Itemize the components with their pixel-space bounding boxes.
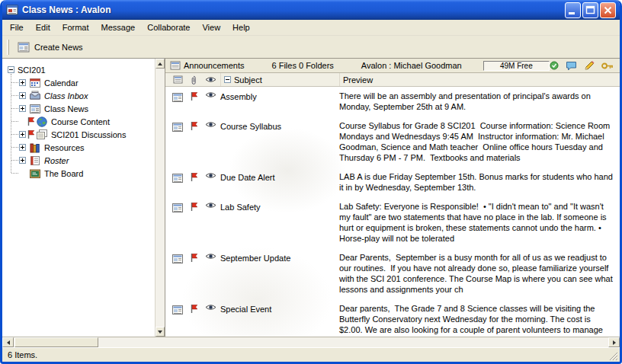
expand-icon[interactable] bbox=[19, 157, 26, 164]
news-item-icon bbox=[168, 252, 187, 265]
message-subject[interactable]: Special Event bbox=[220, 303, 339, 315]
collapse-subject-icon[interactable] bbox=[224, 76, 231, 83]
column-attachment[interactable] bbox=[187, 73, 200, 86]
eye-icon[interactable] bbox=[200, 91, 220, 98]
message-pane: Announcements 6 Files 0 Folders Avalon :… bbox=[165, 59, 620, 337]
menu-format[interactable]: Format bbox=[56, 21, 95, 34]
inbox-icon bbox=[29, 90, 41, 102]
message-preview: There will be an assembly and presentati… bbox=[339, 91, 617, 112]
message-preview: Dear Parents, September is a busy month … bbox=[339, 252, 617, 295]
key-icon[interactable] bbox=[601, 62, 614, 70]
conference-tree: SCI201 Calendar Class I bbox=[2, 59, 155, 337]
scroll-down-button[interactable] bbox=[156, 327, 165, 337]
expand-icon[interactable] bbox=[19, 79, 26, 86]
tree-item-resources[interactable]: Resources bbox=[2, 141, 155, 154]
news-item-icon bbox=[168, 120, 187, 133]
tree-item-label: Class News bbox=[44, 104, 88, 113]
unread-flag-icon bbox=[187, 91, 200, 101]
expand-icon[interactable] bbox=[19, 92, 26, 99]
scroll-left-button[interactable] bbox=[2, 337, 14, 347]
preview-header-label: Preview bbox=[343, 75, 373, 85]
item-count-label: 6 Items. bbox=[8, 350, 608, 359]
chat-icon[interactable] bbox=[566, 61, 577, 71]
column-item-icon[interactable] bbox=[168, 73, 187, 86]
tree-item-the-board[interactable]: The Board bbox=[2, 167, 155, 180]
eye-icon[interactable] bbox=[200, 201, 220, 209]
app-window: Class News : Avalon File Edit Format Mes… bbox=[0, 0, 622, 364]
message-row[interactable]: Assembly There will be an assembly and p… bbox=[165, 89, 620, 119]
online-status-icon[interactable] bbox=[550, 61, 559, 70]
menu-bar: File Edit Format Message Collaborate Vie… bbox=[2, 20, 620, 36]
free-space-label: 49M Free bbox=[500, 62, 533, 70]
create-news-button[interactable]: Create News bbox=[13, 37, 90, 57]
expand-icon[interactable] bbox=[19, 105, 26, 112]
tree-item-label: Class Inbox bbox=[44, 91, 88, 101]
edit-pencil-icon[interactable] bbox=[584, 60, 595, 71]
tree-item-label: Course Content bbox=[51, 117, 110, 126]
maximize-button[interactable] bbox=[582, 2, 598, 18]
create-news-icon bbox=[17, 40, 30, 54]
list-column-header: Subject Preview bbox=[165, 73, 620, 87]
menu-file[interactable]: File bbox=[4, 21, 30, 34]
eye-icon[interactable] bbox=[200, 120, 220, 128]
roster-icon bbox=[29, 155, 41, 167]
tree-root-label: SCI201 bbox=[18, 65, 46, 75]
message-subject[interactable]: Lab Safety bbox=[220, 201, 339, 212]
column-read-status[interactable] bbox=[200, 73, 220, 86]
tree-item-class-news[interactable]: Class News bbox=[2, 102, 155, 115]
books-icon bbox=[29, 142, 41, 154]
tree-item-course-content[interactable]: Course Content bbox=[2, 115, 155, 128]
collapse-icon[interactable] bbox=[8, 66, 14, 73]
tree-item-roster[interactable]: Roster bbox=[2, 154, 155, 167]
tree-item-label: The Board bbox=[44, 169, 83, 178]
window-title: Class News : Avalon bbox=[22, 5, 563, 15]
message-row[interactable]: September Update Dear Parents, September… bbox=[165, 251, 620, 302]
eye-icon[interactable] bbox=[200, 252, 220, 260]
message-row[interactable]: Course Syllabus Course Syllabus for Grad… bbox=[165, 119, 620, 170]
scrollbar-thumb[interactable] bbox=[14, 337, 98, 347]
message-row[interactable]: Due Date Alert LAB A is due Friday Septe… bbox=[165, 170, 620, 200]
menu-collaborate[interactable]: Collaborate bbox=[141, 21, 196, 34]
close-button[interactable] bbox=[600, 2, 616, 18]
tree-item-class-inbox[interactable]: Class Inbox bbox=[2, 89, 155, 102]
eye-icon[interactable] bbox=[200, 303, 220, 311]
news-icon bbox=[29, 103, 41, 115]
news-item-icon bbox=[168, 201, 187, 214]
message-subject[interactable]: September Update bbox=[220, 252, 339, 263]
minimize-button[interactable] bbox=[565, 2, 581, 18]
tree-root-sci201[interactable]: SCI201 bbox=[2, 63, 155, 76]
unread-flag-icon bbox=[187, 171, 200, 182]
menu-edit[interactable]: Edit bbox=[30, 21, 56, 34]
pane-header-icons bbox=[550, 60, 614, 71]
message-row[interactable]: Special Event Dear parents, The Grade 7 … bbox=[165, 302, 620, 337]
tree-children: Calendar Class Inbox Class N bbox=[2, 76, 155, 180]
tree-item-sci201-discussions[interactable]: SCI201 Discussions bbox=[2, 128, 155, 141]
resize-grip-icon[interactable] bbox=[608, 351, 618, 361]
tree-vertical-scrollbar[interactable] bbox=[155, 59, 165, 337]
column-subject[interactable]: Subject bbox=[220, 73, 339, 86]
menu-help[interactable]: Help bbox=[226, 21, 256, 34]
news-item-icon bbox=[168, 171, 187, 184]
discussions-icon bbox=[36, 129, 48, 141]
message-subject[interactable]: Course Syllabus bbox=[220, 120, 339, 132]
expand-icon[interactable] bbox=[19, 131, 26, 138]
unread-flag-icon bbox=[187, 201, 200, 212]
eye-icon[interactable] bbox=[200, 171, 220, 179]
expand-icon[interactable] bbox=[19, 144, 26, 151]
menu-message[interactable]: Message bbox=[95, 21, 142, 34]
subject-header-label: Subject bbox=[234, 75, 262, 85]
menu-view[interactable]: View bbox=[196, 21, 226, 34]
scroll-right-button[interactable] bbox=[608, 337, 620, 347]
horizontal-scrollbar[interactable] bbox=[2, 337, 620, 347]
scroll-up-button[interactable] bbox=[156, 59, 165, 69]
column-preview[interactable]: Preview bbox=[339, 73, 620, 86]
message-subject[interactable]: Assembly bbox=[220, 91, 339, 102]
message-row[interactable]: Lab Safety Lab Safety: Everyone is Respo… bbox=[165, 200, 620, 251]
tree-item-label: Resources bbox=[44, 143, 85, 152]
pane-info-bar: Announcements 6 Files 0 Folders Avalon :… bbox=[165, 59, 620, 73]
message-subject[interactable]: Due Date Alert bbox=[220, 171, 339, 183]
app-icon bbox=[6, 4, 18, 16]
tree-item-label: SCI201 Discussions bbox=[51, 130, 126, 139]
tree-item-calendar[interactable]: Calendar bbox=[2, 76, 155, 89]
news-item-icon bbox=[168, 91, 187, 104]
